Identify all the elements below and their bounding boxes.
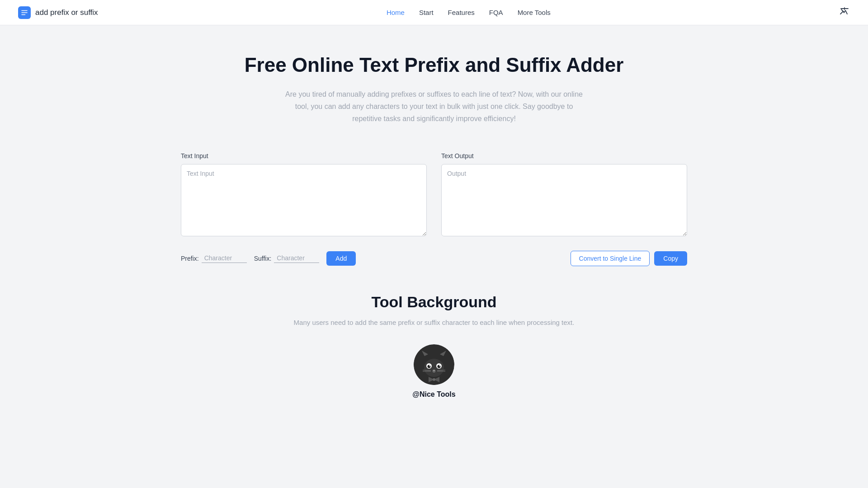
list-icon (20, 9, 28, 17)
svg-line-19 (437, 371, 445, 371)
svg-rect-0 (21, 10, 28, 11)
text-input[interactable] (181, 164, 427, 236)
translate-icon[interactable] (839, 6, 850, 19)
logo-icon (18, 6, 31, 19)
prefix-label: Prefix: (181, 255, 199, 262)
tool-background-section: Tool Background Many users need to add t… (181, 293, 687, 399)
svg-rect-1 (21, 12, 28, 13)
hero-title: Free Online Text Prefix and Suffix Adder (181, 52, 687, 77)
svg-point-13 (429, 365, 430, 366)
output-actions: Convert to Single Line Copy (571, 251, 687, 266)
svg-line-17 (423, 371, 431, 371)
svg-point-15 (433, 370, 435, 371)
suffix-label: Suffix: (254, 255, 272, 262)
nav-start[interactable]: Start (419, 9, 434, 16)
hero-section: Free Online Text Prefix and Suffix Adder… (181, 52, 687, 125)
avatar-area: @Nice Tools (181, 344, 687, 399)
logo-area: add prefix or suffix (18, 6, 98, 19)
prefix-input[interactable] (202, 253, 247, 263)
avatar-cat-icon (414, 344, 454, 385)
prefix-group: Prefix: (181, 253, 247, 263)
copy-button[interactable]: Copy (654, 251, 687, 266)
svg-rect-2 (21, 14, 25, 15)
add-button[interactable]: Add (326, 251, 356, 266)
avatar (414, 344, 454, 385)
nav-fqa[interactable]: FQA (489, 9, 503, 16)
svg-point-12 (438, 365, 441, 368)
nav-home[interactable]: Home (387, 9, 405, 16)
nav-features[interactable]: Features (448, 9, 475, 16)
tool-background-title: Tool Background (181, 293, 687, 311)
controls-row: Prefix: Suffix: Add Convert to Single Li… (181, 251, 687, 266)
output-panel-label: Text Output (441, 152, 687, 160)
svg-point-22 (433, 378, 435, 381)
prefix-suffix-controls: Prefix: Suffix: Add (181, 251, 356, 266)
tool-background-description: Many users need to add the same prefix o… (181, 317, 687, 328)
svg-point-11 (428, 365, 431, 368)
suffix-group: Suffix: (254, 253, 320, 263)
header: add prefix or suffix Home Start Features… (0, 0, 868, 25)
avatar-name: @Nice Tools (412, 390, 455, 399)
hero-description: Are you tired of manually adding prefixe… (280, 88, 588, 125)
input-panel: Text Input (181, 152, 427, 236)
svg-point-14 (439, 365, 440, 366)
tool-panels: Text Input Text Output (181, 152, 687, 236)
suffix-input[interactable] (274, 253, 319, 263)
main-nav: Home Start Features FQA More Tools (387, 9, 551, 16)
input-panel-label: Text Input (181, 152, 427, 160)
convert-button[interactable]: Convert to Single Line (571, 251, 650, 266)
output-panel: Text Output (441, 152, 687, 236)
nav-more-tools[interactable]: More Tools (518, 9, 551, 16)
text-output[interactable] (441, 164, 687, 236)
site-title: add prefix or suffix (35, 8, 98, 17)
